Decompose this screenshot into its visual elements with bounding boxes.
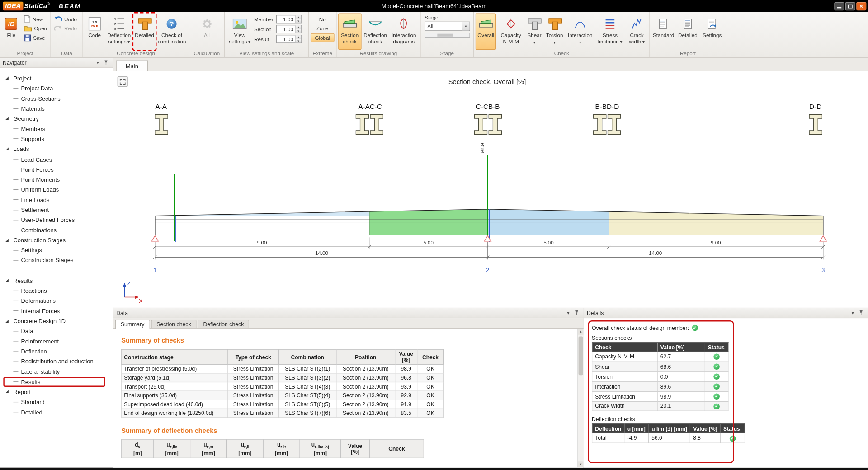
nav-item-reinforcement[interactable]: Reinforcement xyxy=(0,336,113,346)
nav-item-point-moments[interactable]: Point Moments xyxy=(0,174,113,184)
minimize-button[interactable] xyxy=(834,2,844,10)
table-row[interactable]: Torsion0.0 xyxy=(592,371,728,381)
tree-expand-icon[interactable] xyxy=(5,238,10,242)
section-check-button[interactable]: Section check xyxy=(338,13,361,50)
nav-item-project-data[interactable]: Project Data xyxy=(0,83,113,93)
file-button[interactable]: ID File xyxy=(2,13,21,50)
nav-item-uniform-loads[interactable]: Uniform Loads xyxy=(0,184,113,194)
code-button[interactable]: 1.525.8 Code xyxy=(85,13,104,50)
nav-item-deformations[interactable]: Deformations xyxy=(0,296,113,306)
expand-view-button[interactable] xyxy=(118,76,128,87)
nav-item-load-cases[interactable]: Load Cases xyxy=(0,154,113,164)
summary-row[interactable]: End of design working life (18250.0d)Str… xyxy=(122,409,444,418)
nav-item-report[interactable]: Report xyxy=(0,387,113,397)
nav-item-supports[interactable]: Supports xyxy=(0,134,113,144)
save-button[interactable]: Save xyxy=(22,33,49,42)
view-settings-button[interactable]: View settings xyxy=(226,13,253,50)
tree-expand-icon[interactable] xyxy=(5,117,10,121)
nav-item-line-loads[interactable]: Line Loads xyxy=(0,194,113,204)
nav-item-cross-sections[interactable]: Cross-Sections xyxy=(0,93,113,103)
tab-deflection-check[interactable]: Deflection check xyxy=(198,320,249,328)
nav-item-materials[interactable]: Materials xyxy=(0,103,113,113)
vertical-scrollbar[interactable] xyxy=(577,329,583,467)
result-scale-input[interactable]: 1.00 xyxy=(276,35,302,43)
stage-scrollbar[interactable] xyxy=(425,33,470,38)
summary-row[interactable]: Storage yard (5.1d)Stress LimitationSLS … xyxy=(122,373,444,382)
member-scale-input[interactable]: 1.00 xyxy=(276,15,302,23)
nav-item-settlement[interactable]: Settlement xyxy=(0,205,113,215)
nav-item-detailed[interactable]: Detailed xyxy=(0,407,113,417)
deflection-settings-button[interactable]: 1 2 3 Deflection settings xyxy=(105,13,132,50)
table-row[interactable]: Interaction89.6 xyxy=(592,381,728,391)
summary-row[interactable]: Transport (25.0d)Stress LimitationSLS Ch… xyxy=(122,382,444,391)
section-scale-stepper[interactable] xyxy=(295,25,301,33)
open-button[interactable]: Open xyxy=(22,24,49,33)
table-row[interactable]: Stress Limitation98.9 xyxy=(592,391,728,401)
nav-item-redistribution-and-reduction[interactable]: Redistribution and reduction xyxy=(0,357,113,367)
nav-item-internal-forces[interactable]: Internal Forces xyxy=(0,306,113,316)
check-stress-limitation-button[interactable]: Stress limitation xyxy=(595,13,625,50)
pin-icon[interactable] xyxy=(857,310,865,316)
nav-item-point-forces[interactable]: Point Forces xyxy=(0,164,113,174)
summary-row[interactable]: Superimposed dead load (40.0d)Stress Lim… xyxy=(122,400,444,409)
result-scale-stepper[interactable] xyxy=(295,35,301,42)
check-crack-width-button[interactable]: Crack width xyxy=(626,13,647,50)
close-button[interactable] xyxy=(856,2,866,10)
tab-summary[interactable]: Summary xyxy=(115,320,150,329)
report-standard-button[interactable]: Standard xyxy=(651,13,675,50)
nav-item-reactions[interactable]: Reactions xyxy=(0,286,113,296)
nav-item-lateral-stability[interactable]: Lateral stability xyxy=(0,367,113,376)
pin-icon[interactable] xyxy=(102,60,110,66)
stage-select[interactable]: All xyxy=(425,22,470,31)
report-settings-button[interactable]: Settings xyxy=(700,13,724,50)
chevron-down-icon[interactable] xyxy=(564,310,572,315)
table-row[interactable]: Total-4.956.08.8 xyxy=(592,433,745,443)
tab-main[interactable]: Main xyxy=(116,60,148,71)
extreme-zone-button[interactable]: Zone xyxy=(311,24,335,33)
main-canvas[interactable]: Section check. Overall [%] A-A A-A C-C C… xyxy=(113,71,868,308)
tree-expand-icon[interactable] xyxy=(5,390,10,394)
nav-item-loads[interactable]: Loads xyxy=(0,144,113,154)
nav-item-combinations[interactable]: Combinations xyxy=(0,225,113,235)
summary-row[interactable]: Final supports (35.0d)Stress LimitationS… xyxy=(122,391,444,400)
nav-item-results[interactable]: Results xyxy=(0,275,113,285)
extreme-global-button[interactable]: Global xyxy=(311,33,335,42)
nav-item-construction-stages[interactable]: Construction Stages xyxy=(0,235,113,245)
check-of-combination-button[interactable]: ? Check of combination xyxy=(156,13,187,50)
table-row[interactable]: Shear68.6 xyxy=(592,362,728,371)
calculate-all-button[interactable]: All xyxy=(193,13,220,50)
check-torsion-button[interactable]: Torsion xyxy=(544,13,565,50)
scrollbar-thumb[interactable] xyxy=(579,336,583,375)
report-detailed-button[interactable]: Detailed xyxy=(676,13,699,50)
tree-expand-icon[interactable] xyxy=(5,278,10,283)
pin-icon[interactable] xyxy=(572,310,580,316)
nav-item-project[interactable]: Project xyxy=(0,73,113,83)
member-scale-stepper[interactable] xyxy=(295,15,301,23)
check-interaction-button[interactable]: Interaction xyxy=(566,13,594,50)
chevron-down-icon[interactable] xyxy=(849,310,857,315)
nav-item-concrete-design-1d[interactable]: Concrete Design 1D xyxy=(0,316,113,326)
deflection-check-button[interactable]: Deflection check xyxy=(363,13,388,50)
table-row[interactable]: Crack Width23.1 xyxy=(592,401,728,411)
tree-expand-icon[interactable] xyxy=(5,319,10,323)
nav-item-geometry[interactable]: Geometry xyxy=(0,113,113,123)
nav-item-data[interactable]: Data xyxy=(0,326,113,336)
nav-item-construction-stages[interactable]: Construction Stages xyxy=(0,255,113,265)
summary-row[interactable]: Transfer of prestressing (5.0d)Stress Li… xyxy=(122,364,444,373)
check-shear-button[interactable]: Shear xyxy=(526,13,543,50)
nav-item-standard[interactable]: Standard xyxy=(0,397,113,407)
interaction-diagrams-button[interactable]: Interaction diagrams xyxy=(389,13,419,50)
table-row[interactable]: Capacity N-M-M62.7 xyxy=(592,352,728,362)
tree-expand-icon[interactable] xyxy=(5,147,10,151)
detailed-button[interactable]: Detailed xyxy=(134,13,156,50)
scroll-down-icon[interactable] xyxy=(578,461,583,467)
redo-button[interactable]: Redo xyxy=(52,24,78,33)
maximize-button[interactable] xyxy=(845,2,855,10)
section-scale-input[interactable]: 1.00 xyxy=(276,25,302,33)
combo-dropdown-icon[interactable] xyxy=(462,22,469,30)
tree-expand-icon[interactable] xyxy=(5,76,10,80)
scroll-up-icon[interactable] xyxy=(578,329,583,334)
nav-item-settings[interactable]: Settings xyxy=(0,245,113,255)
undo-button[interactable]: Undo xyxy=(52,14,78,24)
chevron-down-icon[interactable] xyxy=(94,60,102,65)
